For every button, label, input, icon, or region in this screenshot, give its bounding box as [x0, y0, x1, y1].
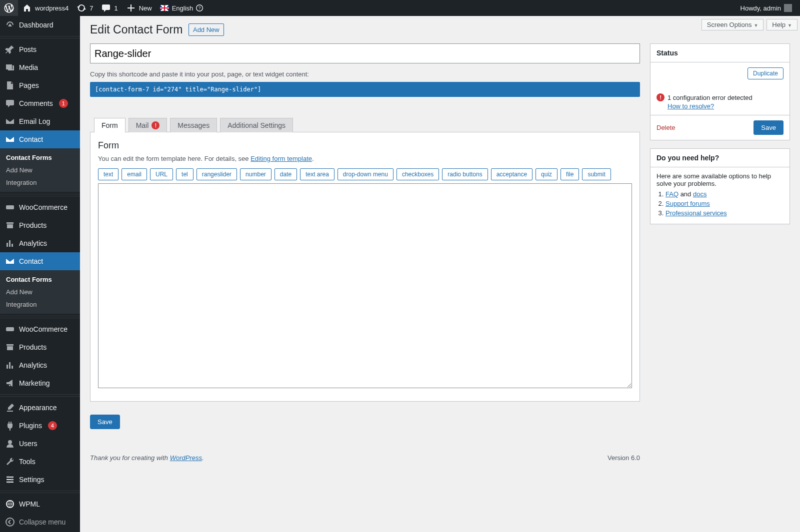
editing-form-template-link[interactable]: Editing form template: [250, 155, 312, 162]
shortcode-box[interactable]: [contact-form-7 id="274" title="Range-sl…: [90, 82, 640, 97]
woo-icon: [5, 202, 15, 212]
status-box: Status Duplicate ! 1 configuration error…: [650, 43, 790, 140]
comments-link[interactable]: 1: [97, 0, 122, 16]
help-box-intro: Here are some available options to help …: [656, 172, 784, 187]
tag-btn-file[interactable]: file: [560, 168, 579, 180]
menu-tools[interactable]: Tools: [0, 453, 80, 471]
tab-mail[interactable]: Mail !: [128, 118, 168, 132]
tab-messages[interactable]: Messages: [170, 118, 217, 132]
tab-form[interactable]: Form: [94, 118, 126, 132]
form-body-textarea[interactable]: [98, 183, 632, 388]
menu-label: Pages: [19, 81, 39, 89]
svg-rect-2: [6, 205, 14, 209]
docs-link[interactable]: docs: [693, 190, 706, 198]
menu-marketing[interactable]: Marketing: [0, 374, 80, 392]
screen-options-button[interactable]: Screen Options▼: [702, 19, 764, 30]
menu-contact[interactable]: Contact: [0, 130, 80, 148]
user-menu[interactable]: Howdy, admin: [736, 0, 796, 16]
sub-integration-2[interactable]: Integration: [0, 298, 80, 311]
help-item-pro: Professional services: [666, 209, 784, 217]
save-button[interactable]: Save: [90, 415, 120, 429]
menu-media[interactable]: Media: [0, 58, 80, 76]
tag-btn-submit[interactable]: submit: [582, 168, 610, 180]
professional-services-link[interactable]: Professional services: [666, 209, 727, 217]
duplicate-button[interactable]: Duplicate: [748, 67, 784, 79]
menu-users[interactable]: Users: [0, 435, 80, 453]
avatar: [784, 4, 792, 12]
menu-products-2[interactable]: Products: [0, 338, 80, 356]
tag-btn-quiz[interactable]: quiz: [536, 168, 558, 180]
tag-btn-acceptance[interactable]: acceptance: [491, 168, 532, 180]
sub-contact-forms-2[interactable]: Contact Forms: [0, 273, 80, 286]
tag-btn-number[interactable]: number: [240, 168, 272, 180]
tag-btn-text-area[interactable]: text area: [300, 168, 334, 180]
menu-products[interactable]: Products: [0, 216, 80, 234]
dashboard-icon: [5, 20, 15, 30]
menu-dashboard[interactable]: Dashboard: [0, 16, 80, 34]
language-selector[interactable]: English ?: [156, 0, 208, 16]
add-new-button[interactable]: Add New: [188, 23, 224, 36]
delete-link[interactable]: Delete: [656, 124, 676, 131]
svg-point-6: [11, 479, 13, 481]
tag-btn-URL[interactable]: URL: [150, 168, 173, 180]
page-title: Edit Contact Form: [90, 23, 182, 36]
menu-label: Tools: [19, 458, 36, 466]
menu-label: Marketing: [19, 379, 50, 387]
tag-btn-rangeslider[interactable]: rangeslider: [196, 168, 237, 180]
submenu-contact: Contact Forms Add New Integration: [0, 148, 80, 192]
status-box-title: Status: [650, 44, 790, 62]
tag-btn-date[interactable]: date: [274, 168, 297, 180]
wp-logo[interactable]: [0, 0, 18, 16]
envelope-icon: [5, 256, 15, 266]
collapse-menu[interactable]: Collapse menu: [0, 513, 80, 531]
flag-icon: [160, 5, 169, 11]
tag-btn-tel[interactable]: tel: [176, 168, 194, 180]
new-content-link[interactable]: New: [122, 0, 156, 16]
menu-comments[interactable]: Comments 1: [0, 94, 80, 112]
sub-add-new-2[interactable]: Add New: [0, 286, 80, 298]
menu-plugins[interactable]: Plugins 4: [0, 417, 80, 435]
tag-btn-checkboxes[interactable]: checkboxes: [396, 168, 439, 180]
form-title-input[interactable]: [90, 43, 640, 63]
menu-settings[interactable]: Settings: [0, 471, 80, 489]
sub-integration[interactable]: Integration: [0, 176, 80, 189]
howdy-label: Howdy, admin: [740, 4, 781, 12]
menu-analytics-2[interactable]: Analytics: [0, 356, 80, 374]
menu-contact-2[interactable]: Contact: [0, 252, 80, 270]
menu-posts[interactable]: Posts: [0, 40, 80, 58]
plugins-badge: 4: [48, 421, 57, 430]
menu-wpml[interactable]: WPML: [0, 495, 80, 513]
updates-link[interactable]: 7: [72, 0, 97, 16]
menu-label: Products: [19, 221, 46, 229]
sliders-icon: [5, 475, 15, 485]
menu-woocommerce[interactable]: WooCommerce: [0, 198, 80, 216]
site-name: wordpress4: [35, 4, 68, 12]
wordpress-link[interactable]: WordPress: [170, 454, 202, 462]
tag-btn-text[interactable]: text: [98, 168, 118, 180]
menu-email-log[interactable]: Email Log: [0, 112, 80, 130]
faq-link[interactable]: FAQ: [666, 190, 678, 198]
menu-label: Appearance: [19, 404, 57, 412]
sub-add-new[interactable]: Add New: [0, 164, 80, 176]
media-icon: [5, 62, 15, 72]
svg-point-5: [7, 476, 9, 478]
tag-btn-drop-down-menu[interactable]: drop-down menu: [338, 168, 394, 180]
status-save-button[interactable]: Save: [754, 120, 784, 135]
menu-label: Products: [19, 343, 46, 351]
menu-woocommerce-2[interactable]: WooCommerce: [0, 320, 80, 338]
tab-additional-settings[interactable]: Additional Settings: [220, 118, 293, 132]
tag-btn-email[interactable]: email: [122, 168, 147, 180]
site-link[interactable]: wordpress4: [18, 0, 72, 16]
form-panel-title: Form: [98, 140, 632, 151]
sub-contact-forms[interactable]: Contact Forms: [0, 151, 80, 164]
megaphone-icon: [5, 378, 15, 388]
menu-pages[interactable]: Pages: [0, 76, 80, 94]
menu-label: Analytics: [19, 361, 47, 369]
support-forums-link[interactable]: Support forums: [666, 200, 710, 207]
plugin-icon: [5, 421, 15, 431]
help-button[interactable]: Help▼: [766, 19, 798, 30]
how-to-resolve-link[interactable]: How to resolve?: [668, 102, 714, 110]
menu-appearance[interactable]: Appearance: [0, 399, 80, 417]
menu-analytics[interactable]: Analytics: [0, 234, 80, 252]
tag-btn-radio-buttons[interactable]: radio buttons: [442, 168, 488, 180]
